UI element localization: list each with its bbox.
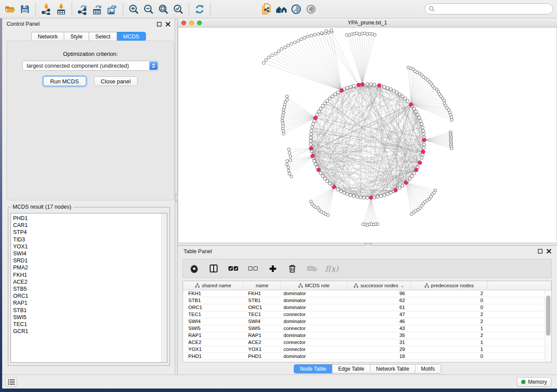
mcds-result-item[interactable]: TID3 [13, 236, 161, 243]
mcds-result-item[interactable]: STB1 [13, 307, 161, 314]
table-row[interactable]: FKH1FKH1dominator962 [183, 290, 545, 297]
mcds-result-item[interactable]: CAR1 [13, 222, 161, 229]
mcds-result-item[interactable]: YOX1 [13, 243, 161, 250]
window-zoom-icon[interactable] [197, 21, 202, 25]
search-box[interactable] [425, 3, 553, 14]
tab-select[interactable]: Select [89, 32, 117, 41]
export-network-icon[interactable] [75, 2, 90, 17]
table-tabs: Node TableEdge TableNetwork TableMotifs [178, 364, 557, 374]
network-window: YPA_prune.txt_1 [178, 18, 557, 243]
export-image-icon[interactable] [105, 2, 120, 17]
search-icon [429, 6, 435, 12]
close-panel-icon[interactable] [547, 249, 551, 254]
zoom-out-icon[interactable] [141, 2, 156, 17]
show-all-icon[interactable] [304, 2, 318, 17]
network-from-file-icon[interactable] [259, 2, 274, 17]
column-header-predecessor-nodes[interactable]: predecessor nodes [411, 281, 488, 290]
mcds-result-item[interactable]: PMA2 [13, 264, 161, 271]
mcds-result-item[interactable]: FKH1 [13, 272, 161, 279]
table-row[interactable]: YOX1YOX1connector291 [183, 346, 545, 353]
control-panel: Control Panel NetworkStyleSelectMCDS Opt… [2, 18, 175, 375]
optimization-label: Optimization criterion: [7, 51, 174, 57]
unselect-all-icon[interactable] [246, 262, 259, 275]
main-toolbar [0, 0, 557, 18]
mcds-list-scrollbar[interactable] [161, 213, 167, 362]
tab-motifs[interactable]: Motifs [415, 364, 441, 373]
column-header-filler [488, 281, 551, 290]
table-row[interactable]: PHD1PHD1dominator180 [183, 353, 545, 360]
toolbar-separator [210, 3, 211, 16]
close-panel-icon[interactable] [166, 22, 170, 27]
mcds-result-group: MCDS result (17 nodes) PHD1CAR1STP4TID3Y… [8, 204, 170, 366]
table-scrollbar[interactable] [545, 290, 551, 362]
zoom-fit-icon[interactable] [156, 2, 171, 17]
mcds-result-list: PHD1CAR1STP4TID3YOX1SWI4SRD1PMA2FKH1ACE2… [11, 213, 161, 362]
close-panel-button[interactable]: Close panel [94, 76, 138, 86]
run-mcds-button[interactable]: Run MCDS [43, 76, 86, 86]
sort-desc-icon: ⌄ [400, 283, 404, 288]
column-header-successor-nodes[interactable]: successor nodes⌄ [347, 281, 411, 290]
table-row[interactable]: SWI5SWI5connector431 [183, 325, 545, 332]
node-table: shared namenameMCDS rolesuccessor nodes⌄… [183, 281, 552, 362]
float-panel-icon[interactable] [157, 22, 162, 27]
first-neighbors-icon[interactable] [274, 2, 289, 17]
table-row[interactable]: ACE2ACE2connector311 [183, 339, 545, 346]
mcds-result-item[interactable]: SRD1 [13, 257, 161, 264]
tab-node-table[interactable]: Node Table [294, 364, 332, 373]
export-table-icon[interactable] [90, 2, 105, 17]
network-canvas[interactable] [178, 28, 557, 243]
search-input[interactable] [435, 6, 549, 12]
mcds-result-item[interactable]: SWI5 [13, 314, 161, 321]
mcds-result-item[interactable]: ORC1 [13, 292, 161, 299]
vertical-splitter[interactable] [175, 18, 178, 375]
mcds-result-item[interactable]: SWI4 [13, 250, 161, 257]
select-all-icon[interactable] [227, 262, 240, 275]
column-header-name[interactable]: name [244, 281, 281, 290]
mcds-result-item[interactable]: TEC1 [13, 321, 161, 328]
zoom-in-icon[interactable] [126, 2, 141, 17]
table-row[interactable]: TEC1TEC1connector472 [183, 311, 545, 318]
mcds-result-item[interactable]: RAP1 [13, 299, 161, 306]
select-stepper-icon [149, 62, 158, 70]
import-network-icon[interactable] [39, 2, 54, 17]
horizontal-splitter[interactable] [178, 243, 557, 246]
import-table-icon[interactable] [54, 2, 69, 17]
window-close-icon[interactable] [181, 21, 186, 25]
table-row[interactable]: SWI4SWI4dominator462 [183, 318, 545, 325]
tab-mcds[interactable]: MCDS [117, 32, 146, 41]
open-session-icon[interactable] [3, 2, 17, 17]
mcds-result-item[interactable]: PHD1 [13, 215, 161, 222]
table-panel-header: Table Panel [178, 246, 557, 257]
table-panel-title: Table Panel [183, 248, 212, 254]
mcds-result-item[interactable]: GCR1 [13, 328, 161, 335]
zoom-selected-icon[interactable] [171, 2, 186, 17]
table-row[interactable]: ORC1ORC1dominator610 [183, 304, 545, 311]
window-minimize-icon[interactable] [189, 21, 194, 25]
columns-icon[interactable] [207, 262, 220, 275]
float-panel-icon[interactable] [538, 249, 543, 254]
tab-network[interactable]: Network [31, 32, 64, 41]
table-row[interactable]: STB1STB1dominator620 [183, 297, 545, 304]
delete-icon[interactable] [286, 262, 299, 275]
hide-selected-icon[interactable] [289, 2, 304, 17]
task-history-button[interactable] [5, 377, 17, 387]
gear-icon[interactable] [187, 262, 201, 275]
tab-edge-table[interactable]: Edge Table [332, 364, 370, 373]
tab-style[interactable]: Style [64, 32, 89, 41]
save-session-icon[interactable] [17, 2, 32, 17]
refresh-icon[interactable] [192, 2, 207, 17]
optimization-criterion-select[interactable]: largest connected component (undirected) [22, 61, 159, 71]
memory-button[interactable]: Memory [517, 377, 551, 387]
column-header-shared-name[interactable]: shared name [183, 281, 244, 290]
shared-column-icon [298, 283, 303, 288]
mcds-result-item[interactable]: STB5 [13, 285, 161, 292]
column-header-MCDS-role[interactable]: MCDS role [281, 281, 347, 290]
table-header-row: shared namenameMCDS rolesuccessor nodes⌄… [183, 281, 551, 290]
mcds-result-item[interactable]: ACE2 [13, 279, 161, 285]
scrollbar-thumb[interactable] [546, 296, 550, 336]
tab-network-table[interactable]: Network Table [370, 364, 415, 373]
mcds-result-item[interactable]: STP4 [13, 229, 161, 236]
add-icon[interactable] [266, 262, 279, 275]
shared-column-icon [354, 283, 358, 288]
table-row[interactable]: RAP1RAP1dominator352 [183, 332, 545, 339]
